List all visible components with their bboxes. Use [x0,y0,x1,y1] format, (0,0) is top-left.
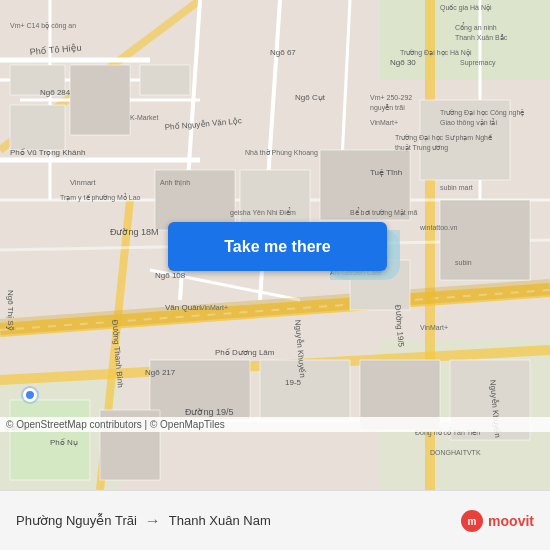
svg-text:VinMart+: VinMart+ [420,324,448,331]
svg-text:thuật Trung ương: thuật Trung ương [395,144,448,152]
svg-text:Phố Dương Lâm: Phố Dương Lâm [215,348,275,357]
moovit-logo-icon: m [460,509,484,533]
svg-text:VinMart+: VinMart+ [200,304,228,311]
svg-rect-26 [10,105,65,150]
moovit-logo: m moovit [460,509,534,533]
svg-text:Đường 18M: Đường 18M [110,227,159,237]
svg-text:Bể bơi trường Mật mã: Bể bơi trường Mật mã [350,207,418,217]
svg-text:Phố Vũ Trọng Khánh: Phố Vũ Trọng Khánh [10,148,85,157]
current-location-dot [23,388,37,402]
svg-text:nguyễn trãi: nguyễn trãi [370,104,405,112]
svg-text:19-5: 19-5 [285,378,302,387]
svg-text:geisha Yên Nhi Điểm: geisha Yên Nhi Điểm [230,207,296,217]
svg-rect-33 [440,200,530,280]
footer-arrow-icon: → [145,512,161,530]
svg-text:Thanh Xuân Bắc: Thanh Xuân Bắc [455,34,508,41]
svg-text:Phố Nụ: Phố Nụ [50,438,78,447]
svg-text:Cổng an ninh: Cổng an ninh [455,22,497,32]
svg-text:Trường Đại học Công nghệ: Trường Đại học Công nghệ [440,109,524,117]
svg-text:subin mart: subin mart [440,184,473,191]
svg-text:Đường 19/5: Đường 19/5 [185,407,234,417]
svg-text:Ngõ Cụt: Ngõ Cụt [295,93,326,102]
svg-text:DONGHAITVTK: DONGHAITVTK [430,449,481,456]
svg-text:Trường Đại học Hà Nội: Trường Đại học Hà Nội [400,49,472,57]
svg-rect-30 [240,170,310,230]
svg-text:Ngõ Thị Sỹ: Ngõ Thị Sỹ [6,290,15,331]
footer-route: Phường Nguyễn Trãi → Thanh Xuân Nam [16,512,460,530]
svg-text:Tuệ Tĩnh: Tuệ Tĩnh [370,168,402,177]
footer-origin: Phường Nguyễn Trãi [16,513,137,528]
take-me-there-button[interactable]: Take me there [168,222,387,271]
svg-text:Nhà thờ Phùng Khoang: Nhà thờ Phùng Khoang [245,149,318,157]
svg-text:Ngõ 108: Ngõ 108 [155,271,186,280]
svg-text:K-Market: K-Market [130,114,158,121]
footer-destination: Thanh Xuân Nam [169,513,271,528]
map-attribution: © OpenStreetMap contributors | © OpenMap… [0,417,550,432]
svg-text:subin: subin [455,259,472,266]
svg-text:Ngõ 284: Ngõ 284 [40,88,71,97]
svg-rect-28 [140,65,190,95]
svg-text:Ngõ 67: Ngõ 67 [270,48,296,57]
moovit-logo-text: moovit [488,513,534,529]
svg-text:Vm+ 250-292: Vm+ 250-292 [370,94,412,101]
footer: Phường Nguyễn Trãi → Thanh Xuân Nam m mo… [0,490,550,550]
svg-text:Ngõ 217: Ngõ 217 [145,368,176,377]
svg-text:m: m [468,516,477,527]
svg-text:Quốc gia Hà Nội: Quốc gia Hà Nội [440,4,492,12]
map-container: Phố Tô Hiệu Ngõ 284 Phố Vũ Trọng Khánh Đ… [0,0,550,490]
svg-text:Anh thịnh: Anh thịnh [160,179,190,187]
svg-text:Ngõ 30: Ngõ 30 [390,58,416,67]
svg-text:Trạm y tế phường Mỏ Lao: Trạm y tế phường Mỏ Lao [60,193,141,202]
svg-text:Trường Đại học Sư phạm Nghề: Trường Đại học Sư phạm Nghề [395,134,492,142]
svg-rect-27 [70,65,130,135]
svg-text:VinMart+: VinMart+ [370,119,398,126]
svg-text:Văn Quân: Văn Quân [165,303,201,312]
svg-text:Giao thông vận tải: Giao thông vận tải [440,118,497,127]
svg-text:wintattoo.vn: wintattoo.vn [419,224,457,231]
svg-text:Vm+ C14 bộ công an: Vm+ C14 bộ công an [10,22,76,30]
svg-text:Vinmart: Vinmart [70,178,97,187]
svg-text:Supremacy: Supremacy [460,59,496,67]
